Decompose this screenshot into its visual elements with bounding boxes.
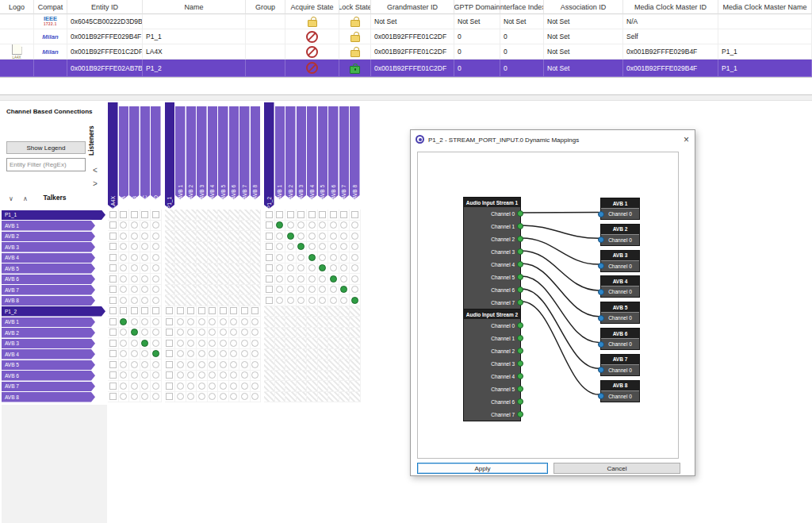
matrix-cell[interactable] bbox=[229, 338, 240, 349]
matrix-cell[interactable] bbox=[275, 242, 286, 253]
matrix-cell[interactable] bbox=[264, 306, 275, 317]
matrix-cell[interactable] bbox=[151, 221, 162, 232]
chevron-right-icon[interactable]: > bbox=[90, 178, 100, 189]
matrix-cell[interactable] bbox=[339, 349, 350, 360]
matrix-column-header[interactable]: B bbox=[129, 106, 140, 199]
matrix-cell[interactable] bbox=[151, 252, 162, 263]
output-port-icon[interactable] bbox=[517, 286, 523, 293]
matrix-cell[interactable] bbox=[328, 210, 339, 221]
matrix-cell[interactable] bbox=[297, 306, 308, 317]
matrix-cell[interactable] bbox=[328, 295, 339, 306]
matrix-cell[interactable] bbox=[229, 317, 240, 328]
matrix-cell[interactable] bbox=[350, 231, 361, 242]
matrix-cell[interactable] bbox=[208, 349, 219, 360]
matrix-cell[interactable] bbox=[108, 210, 119, 221]
stream-node[interactable]: Audio Input Stream 2Channel 0Channel 1Ch… bbox=[463, 309, 521, 421]
matrix-cell[interactable] bbox=[264, 231, 275, 242]
matrix-cell[interactable] bbox=[186, 285, 197, 296]
matrix-cell[interactable] bbox=[129, 349, 140, 360]
cluster-node[interactable]: AVB 1Channel 0 bbox=[600, 198, 640, 220]
matrix-cell[interactable] bbox=[239, 231, 251, 242]
mappings-canvas[interactable]: Audio Input Stream 1Channel 0Channel 1Ch… bbox=[417, 152, 679, 459]
matrix-cell[interactable] bbox=[151, 274, 162, 285]
matrix-cell[interactable] bbox=[239, 392, 251, 403]
matrix-cell[interactable] bbox=[251, 210, 262, 221]
matrix-cell[interactable] bbox=[165, 295, 176, 306]
matrix-cell[interactable] bbox=[208, 285, 219, 296]
matrix-cell[interactable] bbox=[218, 285, 229, 296]
output-port-icon[interactable] bbox=[517, 386, 523, 392]
matrix-cell[interactable] bbox=[307, 285, 318, 296]
matrix-column-header[interactable]: AVB 3 bbox=[197, 106, 207, 199]
matrix-cell[interactable] bbox=[275, 221, 286, 232]
matrix-cell[interactable] bbox=[218, 349, 229, 360]
matrix-cell[interactable] bbox=[239, 381, 251, 392]
matrix-column-header[interactable]: AVB 4 bbox=[208, 106, 218, 199]
matrix-cell[interactable] bbox=[151, 371, 162, 382]
matrix-cell[interactable] bbox=[251, 306, 262, 317]
matrix-cell[interactable] bbox=[264, 381, 275, 392]
matrix-cell[interactable] bbox=[350, 242, 361, 253]
matrix-cell[interactable] bbox=[318, 210, 329, 221]
matrix-cell[interactable] bbox=[129, 210, 140, 221]
matrix-cell[interactable] bbox=[119, 306, 130, 317]
matrix-cell[interactable] bbox=[229, 221, 240, 232]
matrix-cell[interactable] bbox=[151, 338, 162, 349]
matrix-cell[interactable] bbox=[239, 210, 251, 221]
stream-channel-row[interactable]: Channel 4 bbox=[464, 258, 520, 271]
matrix-cell[interactable] bbox=[218, 328, 229, 339]
matrix-cell[interactable] bbox=[151, 285, 162, 296]
matrix-cell[interactable] bbox=[119, 371, 130, 382]
matrix-cell[interactable] bbox=[229, 285, 240, 296]
output-port-icon[interactable] bbox=[517, 348, 523, 354]
matrix-cell[interactable] bbox=[175, 381, 186, 392]
matrix-cell[interactable] bbox=[229, 295, 240, 306]
matrix-cell[interactable] bbox=[264, 285, 275, 296]
matrix-cell[interactable] bbox=[119, 274, 130, 285]
talker-bar[interactable]: AVB 5 bbox=[2, 263, 95, 274]
cluster-channel-row[interactable]: Channel 0 bbox=[601, 286, 639, 297]
matrix-cell[interactable] bbox=[339, 252, 350, 263]
matrix-cell[interactable] bbox=[218, 371, 229, 382]
output-port-icon[interactable] bbox=[517, 360, 523, 367]
stream-channel-row[interactable]: Channel 7 bbox=[464, 296, 520, 309]
matrix-cell[interactable] bbox=[119, 263, 130, 275]
matrix-cell[interactable] bbox=[129, 338, 140, 349]
matrix-cell[interactable] bbox=[175, 274, 186, 285]
matrix-cell[interactable] bbox=[140, 295, 151, 306]
matrix-cell[interactable] bbox=[186, 338, 197, 349]
matrix-cell[interactable] bbox=[339, 360, 350, 371]
matrix-cell[interactable] bbox=[186, 328, 197, 339]
matrix-cell[interactable] bbox=[129, 295, 140, 306]
matrix-cell[interactable] bbox=[275, 338, 286, 349]
matrix-cell[interactable] bbox=[350, 274, 361, 285]
matrix-cell[interactable] bbox=[339, 210, 350, 221]
matrix-cell[interactable] bbox=[186, 252, 197, 263]
output-port-icon[interactable] bbox=[517, 335, 523, 341]
matrix-cell[interactable] bbox=[165, 360, 176, 371]
matrix-cell[interactable] bbox=[186, 381, 197, 392]
matrix-cell[interactable] bbox=[151, 381, 162, 392]
matrix-cell[interactable] bbox=[350, 285, 361, 296]
matrix-cell[interactable] bbox=[307, 252, 318, 263]
apply-button[interactable]: Apply bbox=[417, 463, 548, 474]
cluster-node[interactable]: AVB 5Channel 0 bbox=[600, 302, 640, 324]
matrix-cell[interactable] bbox=[297, 371, 308, 382]
cancel-button[interactable]: Cancel bbox=[553, 463, 680, 474]
matrix-cell[interactable] bbox=[129, 392, 140, 403]
matrix-cell[interactable] bbox=[108, 295, 119, 306]
matrix-cell[interactable] bbox=[339, 392, 350, 403]
matrix-cell[interactable] bbox=[140, 306, 151, 317]
matrix-cell[interactable] bbox=[239, 295, 251, 306]
matrix-cell[interactable] bbox=[140, 360, 151, 371]
matrix-cell[interactable] bbox=[229, 381, 240, 392]
matrix-cell[interactable] bbox=[151, 392, 162, 403]
input-port-icon[interactable] bbox=[598, 341, 604, 348]
matrix-cell[interactable] bbox=[197, 392, 208, 403]
matrix-cell[interactable] bbox=[218, 360, 229, 371]
matrix-cell[interactable] bbox=[251, 221, 262, 232]
matrix-cell[interactable] bbox=[328, 263, 339, 275]
matrix-cell[interactable] bbox=[251, 392, 262, 403]
matrix-cell[interactable] bbox=[251, 328, 262, 339]
matrix-cell[interactable] bbox=[285, 295, 297, 306]
